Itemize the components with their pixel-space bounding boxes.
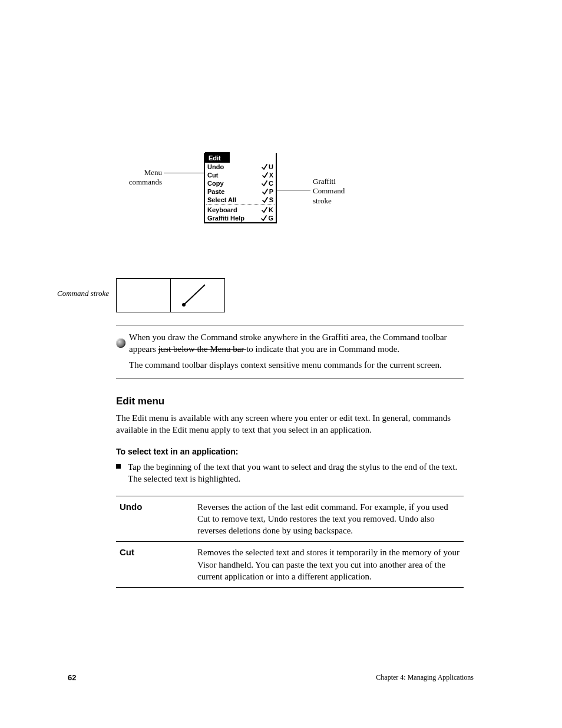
- leader-line: [272, 190, 310, 190]
- graffiti-area: [116, 278, 225, 312]
- callout-graffiti-stroke: Graffiti Command stroke: [313, 177, 366, 206]
- select-heading: To select text in an application:: [116, 446, 464, 457]
- command-stroke-icon: [262, 164, 267, 170]
- command-stroke-icon: [262, 197, 268, 203]
- text: Command: [313, 186, 345, 195]
- bullet-icon: [116, 464, 121, 469]
- graffiti-label: Command stroke: [35, 289, 109, 298]
- body-text: When you draw the Command stroke anywher…: [116, 325, 464, 588]
- shortcut-key: C: [269, 179, 273, 187]
- menu-shortcut: K: [262, 206, 273, 214]
- chapter-footer: Chapter 4: Managing Applications: [376, 673, 474, 682]
- shortcut-key: K: [269, 206, 273, 214]
- menu-item-label: Undo: [207, 163, 224, 171]
- cmd-desc: Removes the selected text and stores it …: [194, 542, 464, 588]
- command-stroke-icon: [261, 215, 267, 221]
- menu-item-copy[interactable]: Copy C: [205, 179, 276, 187]
- menu-item-label: Cut: [207, 171, 218, 179]
- shortcut-key: X: [269, 171, 273, 179]
- menu-item-undo[interactable]: Undo U: [205, 163, 276, 171]
- command-stroke-icon: [262, 172, 268, 178]
- menu-item-keyboard[interactable]: Keyboard K: [205, 206, 276, 214]
- text: to indicate that you are in Command mode…: [246, 344, 399, 354]
- graffiti-right-half: [171, 279, 224, 312]
- menu-item-paste[interactable]: Paste P: [205, 187, 276, 196]
- cmd-desc: Reverses the action of the last edit com…: [194, 496, 464, 542]
- command-stroke-icon: [262, 207, 267, 213]
- menu-item-label: Keyboard: [207, 206, 237, 214]
- graffiti-left-half: [117, 279, 171, 312]
- text: Menu: [144, 168, 162, 177]
- menu-title: Edit: [205, 152, 230, 163]
- edit-menu-heading: Edit menu: [116, 395, 464, 409]
- shortcut-key: P: [269, 187, 273, 196]
- page: Menu commands Graffiti Command stroke Ed…: [0, 0, 562, 728]
- menu-item-cut[interactable]: Cut X: [205, 171, 276, 179]
- select-step: Tap the beginning of the text that you w…: [116, 461, 464, 485]
- shortcut-key: S: [269, 196, 273, 204]
- text: stroke: [313, 196, 332, 205]
- menu-item-select-all[interactable]: Select All S: [205, 196, 276, 204]
- page-number: 62: [68, 673, 76, 682]
- svg-point-1: [182, 303, 186, 307]
- shortcut-key: G: [268, 214, 273, 222]
- cmd-name: Cut: [116, 542, 194, 588]
- shortcut-key: U: [269, 163, 273, 171]
- tip-paragraph: When you draw the Command stroke anywher…: [116, 331, 464, 355]
- table-row: Cut Removes the selected text and stores…: [116, 542, 464, 588]
- menu-item-graffiti-help[interactable]: Graffiti Help G: [205, 214, 276, 222]
- command-stroke-icon: [262, 180, 267, 186]
- command-stroke-icon: [171, 279, 224, 311]
- menu-shortcut: G: [261, 214, 273, 222]
- leader-line: [164, 173, 204, 173]
- menu-shortcut: C: [262, 179, 273, 187]
- menu-shortcut: P: [262, 187, 273, 196]
- text: commands: [129, 177, 162, 186]
- edit-menu: Edit Undo U Cut X Copy C Paste: [204, 153, 277, 223]
- edit-intro: The Edit menu is available with any scre…: [116, 412, 464, 436]
- menu-separator: [206, 205, 275, 205]
- cmd-name: Undo: [116, 496, 194, 542]
- table-row: Undo Reverses the action of the last edi…: [116, 496, 464, 542]
- menu-item-label: Paste: [207, 187, 224, 196]
- command-stroke-icon: [262, 189, 268, 195]
- commands-table: Undo Reverses the action of the last edi…: [116, 496, 464, 588]
- text: Graffiti: [313, 177, 336, 186]
- callout-menu-commands: Menu commands: [112, 168, 162, 187]
- menu-shortcut: X: [262, 171, 273, 179]
- menu-item-label: Select All: [207, 196, 236, 204]
- menu-item-label: Graffiti Help: [207, 214, 244, 222]
- text-strikethrough: just below the Menu bar: [158, 344, 247, 354]
- tip-icon: [116, 338, 125, 348]
- svg-line-0: [184, 285, 205, 305]
- tip-extra: The command toolbar displays context sen…: [129, 359, 464, 371]
- menu-shortcut: U: [262, 163, 273, 171]
- menu-shortcut: S: [262, 196, 273, 204]
- text: Tap the beginning of the text that you w…: [128, 462, 457, 483]
- menu-item-label: Copy: [207, 179, 224, 187]
